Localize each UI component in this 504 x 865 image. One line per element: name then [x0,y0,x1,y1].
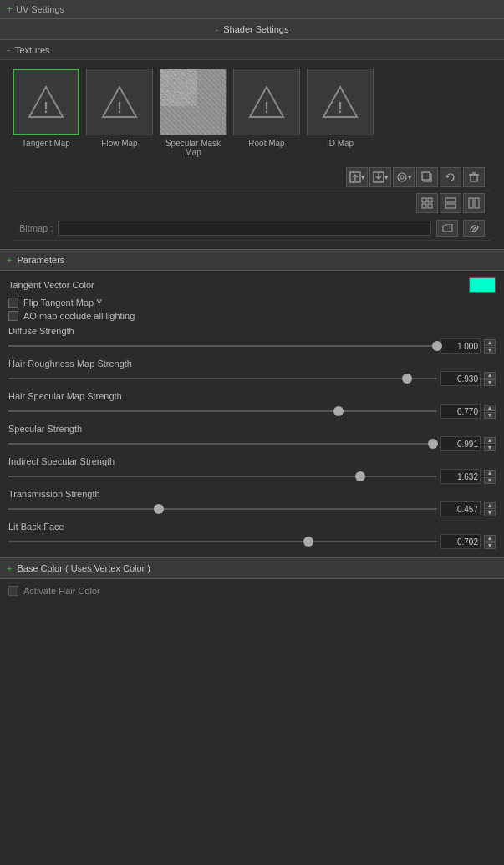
texture-thumb-specular-mask-map[interactable] [160,69,227,135]
flip-tangent-map-y-row[interactable]: Flip Tangent Map Y [8,298,496,308]
top-bar-label: UV Settings [16,4,64,14]
ao-map-occlude-label: AO map occlude all lighting [23,311,135,321]
slider-track-container-transmission-strength[interactable] [8,502,437,516]
slider-value-hair-roughness-map-strength[interactable]: 0.930 [440,371,481,386]
base-color-plus-icon: + [7,563,12,573]
slider-group-hair-roughness-map-strength: Hair Roughness Map Strength0.930▲▼ [8,359,496,386]
slider-thumb-indirect-specular-strength[interactable] [355,471,365,481]
bitmap-input[interactable] [58,221,431,236]
slider-track-container-diffuse-strength[interactable] [8,339,437,353]
spinner-down-specular-strength[interactable]: ▼ [484,445,496,451]
toolbar-row-1: ▾ ▾ ▾ [13,164,491,191]
base-color-header[interactable]: + Base Color ( Uses Vertex Color ) [0,557,504,579]
texture-item-root-map[interactable]: ! Root Map [233,69,300,157]
slider-value-diffuse-strength[interactable]: 1.000 [440,338,481,354]
texture-item-tangent-map[interactable]: ! Tangent Map [13,69,79,157]
svg-text:!: ! [43,99,48,116]
slider-thumb-transmission-strength[interactable] [154,504,164,514]
parameters-header[interactable]: + Parameters [0,249,504,271]
slider-group-indirect-specular-strength: Indirect Specular Strength1.632▲▼ [8,456,496,484]
texture-item-flow-map[interactable]: ! Flow Map [86,69,153,157]
spinner-down-diffuse-strength[interactable]: ▼ [484,347,496,354]
spinner-down-hair-specular-map-strength[interactable]: ▼ [484,412,496,419]
shader-settings-header: - Shader Settings [0,18,504,40]
spinner-up-specular-strength[interactable]: ▲ [484,437,496,444]
spinner-down-transmission-strength[interactable]: ▼ [484,510,496,516]
slider-track-container-indirect-specular-strength[interactable] [8,470,437,483]
slider-row-hair-specular-map-strength: 0.770▲▼ [8,404,496,419]
toolbar-btn-rotate[interactable]: ▾ [393,167,415,187]
spinner-up-indirect-specular-strength[interactable]: ▲ [484,470,496,476]
rotate-icon [396,171,408,183]
slider-thumb-hair-roughness-map-strength[interactable] [402,374,412,384]
shader-settings-minus[interactable]: - [216,24,219,34]
slider-track-specular-strength [8,443,437,445]
spinner-up-hair-specular-map-strength[interactable]: ▲ [484,405,496,411]
toolbar-btn-export[interactable]: ▾ [369,167,391,187]
spinner-down-lit-back-face[interactable]: ▼ [484,542,496,549]
ao-map-occlude-checkbox[interactable] [8,311,18,321]
grid2-icon [445,197,456,209]
textures-label: Textures [15,45,50,55]
ao-map-occlude-row[interactable]: AO map occlude all lighting [8,311,496,321]
slider-value-transmission-strength[interactable]: 0.457 [440,501,481,516]
import-dropdown-arrow: ▾ [361,173,365,181]
slider-thumb-lit-back-face[interactable] [303,537,313,547]
toolbar-btn-undo[interactable] [440,167,461,187]
rotate-dropdown-arrow: ▾ [408,173,412,181]
textures-area: ! Tangent Map ! Flow Map [0,60,504,249]
slider-value-hair-specular-map-strength[interactable]: 0.770 [440,404,481,419]
spinner-down-indirect-specular-strength[interactable]: ▼ [484,477,496,484]
slider-spinner-diffuse-strength: ▲▼ [484,339,496,354]
texture-thumb-tangent-map[interactable]: ! [13,69,79,135]
slider-row-transmission-strength: 0.457▲▼ [8,501,496,516]
slider-spinner-lit-back-face: ▲▼ [484,535,496,549]
copy-icon [421,171,433,183]
spinner-up-lit-back-face[interactable]: ▲ [484,535,496,542]
top-bar-plus: + [7,3,13,15]
activate-hair-color-checkbox[interactable] [8,586,18,596]
flip-tangent-map-y-checkbox[interactable] [8,298,18,308]
toolbar-btn-copy[interactable] [416,167,438,187]
bitmap-link-btn[interactable] [463,220,485,237]
slider-thumb-diffuse-strength[interactable] [432,341,442,351]
svg-rect-16 [422,172,430,180]
tangent-vector-color-swatch[interactable] [469,277,496,293]
spinner-up-transmission-strength[interactable]: ▲ [484,502,496,509]
spinner-up-diffuse-strength[interactable]: ▲ [484,339,496,346]
bitmap-row: Bitmap : [13,216,491,241]
slider-row-indirect-specular-strength: 1.632▲▼ [8,469,496,484]
specular-mask-map-label: Specular Mask Map [160,139,227,157]
slider-track-container-hair-specular-map-strength[interactable] [8,405,437,418]
texture-thumb-id-map[interactable]: ! [307,69,374,135]
slider-track-container-hair-roughness-map-strength[interactable] [8,372,437,385]
slider-label-lit-back-face: Lit Back Face [8,522,496,532]
toolbar-btn-import[interactable]: ▾ [346,167,368,187]
texture-item-specular-mask-map[interactable]: Specular Mask Map [160,69,227,157]
slider-value-indirect-specular-strength[interactable]: 1.632 [440,469,481,484]
texture-thumb-flow-map[interactable]: ! [86,69,153,135]
spinner-up-hair-roughness-map-strength[interactable]: ▲ [484,372,496,379]
slider-track-container-specular-strength[interactable] [8,437,437,450]
warning-icon: ! [28,84,64,120]
texture-thumb-root-map[interactable]: ! [233,69,300,135]
texture-item-id-map[interactable]: ! ID Map [307,69,374,157]
spinner-down-hair-roughness-map-strength[interactable]: ▼ [484,379,496,386]
bitmap-folder-btn[interactable] [436,220,458,237]
import-icon [349,171,361,183]
svg-rect-20 [422,198,426,202]
slider-value-specular-strength[interactable]: 0.991 [440,436,481,451]
slider-value-lit-back-face[interactable]: 0.702 [440,534,481,549]
toolbar-btn-grid3[interactable] [463,193,485,213]
slider-track-container-lit-back-face[interactable] [8,535,437,548]
base-color-title: Base Color ( Uses Vertex Color ) [17,563,150,573]
toolbar-btn-grid2[interactable] [440,193,461,213]
slider-thumb-specular-strength[interactable] [428,439,438,449]
grid3-icon [468,197,480,209]
svg-text:!: ! [264,99,269,116]
toolbar-btn-grid[interactable] [416,193,438,213]
svg-rect-24 [445,198,456,202]
textures-minus[interactable]: - [7,44,10,56]
toolbar-btn-delete[interactable] [463,167,485,187]
slider-thumb-hair-specular-map-strength[interactable] [333,406,344,416]
